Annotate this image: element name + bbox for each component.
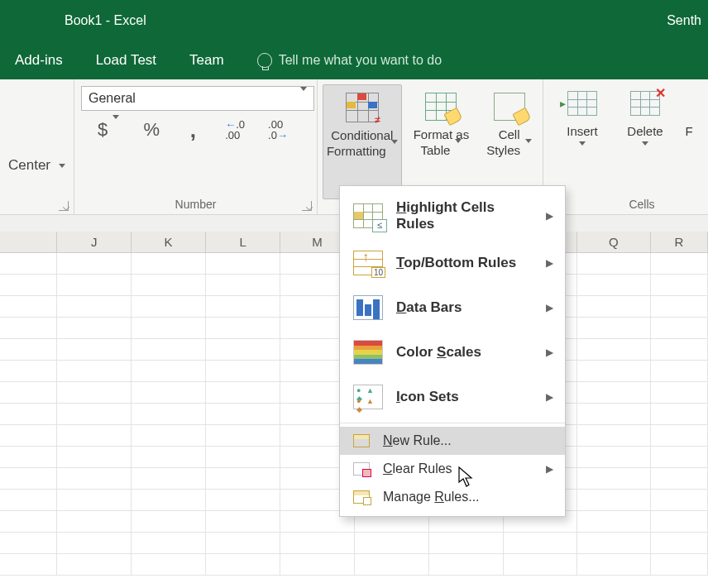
- cell[interactable]: [206, 318, 280, 339]
- menu-highlight-cells-rules[interactable]: Highlight Cells Rules ▶: [340, 191, 565, 241]
- cell[interactable]: [0, 554, 57, 576]
- cell[interactable]: [206, 296, 280, 318]
- cell[interactable]: [57, 490, 132, 511]
- cell[interactable]: [57, 554, 132, 576]
- cell[interactable]: [0, 511, 57, 533]
- comma-style-button[interactable]: ,: [184, 126, 202, 134]
- menu-clear-rules[interactable]: Clear Rules ▶: [340, 455, 565, 483]
- cell[interactable]: [577, 361, 651, 382]
- menu-top-bottom-rules[interactable]: Top/Bottom Rules ▶: [340, 241, 565, 285]
- format-button[interactable]: F: [681, 84, 697, 199]
- tab-loadtest[interactable]: Load Test: [96, 52, 156, 69]
- cell[interactable]: [132, 296, 206, 318]
- cell[interactable]: [206, 533, 280, 554]
- format-as-table-button[interactable]: Format as Table: [402, 84, 481, 199]
- cell[interactable]: [355, 554, 429, 576]
- cell[interactable]: [206, 275, 280, 296]
- cell[interactable]: [651, 339, 708, 361]
- cell[interactable]: [0, 361, 57, 382]
- cell[interactable]: [651, 490, 708, 511]
- cell[interactable]: [651, 361, 708, 382]
- column-header[interactable]: Q: [577, 232, 651, 252]
- table-row[interactable]: [0, 554, 708, 576]
- cell[interactable]: [132, 447, 206, 468]
- cell[interactable]: [0, 275, 57, 296]
- cell[interactable]: [577, 425, 651, 447]
- cell[interactable]: [577, 511, 651, 533]
- cell[interactable]: [577, 468, 651, 490]
- cell[interactable]: [0, 447, 57, 468]
- cell[interactable]: [577, 533, 651, 554]
- cell[interactable]: [206, 447, 280, 468]
- cell[interactable]: [0, 404, 57, 425]
- cell[interactable]: [651, 511, 708, 533]
- alignment-group-launcher[interactable]: [59, 201, 69, 211]
- cell[interactable]: [57, 425, 132, 447]
- cell[interactable]: [577, 554, 651, 576]
- cell[interactable]: [651, 318, 708, 339]
- percent-style-button[interactable]: %: [142, 119, 160, 141]
- decrease-decimal-button[interactable]: .00 .0→: [268, 119, 288, 141]
- column-header[interactable]: L: [206, 232, 280, 252]
- cell[interactable]: [132, 533, 206, 554]
- cell[interactable]: [57, 404, 132, 425]
- insert-button[interactable]: Insert: [555, 84, 610, 199]
- cell[interactable]: [132, 253, 206, 275]
- cell[interactable]: [651, 296, 708, 318]
- cell[interactable]: [651, 425, 708, 447]
- table-row[interactable]: [0, 533, 708, 554]
- cell[interactable]: [0, 533, 57, 554]
- conditional-formatting-button[interactable]: ≠ Conditional Formatting: [323, 84, 402, 199]
- cell[interactable]: [0, 253, 57, 275]
- cell[interactable]: [206, 339, 280, 361]
- cell[interactable]: [132, 468, 206, 490]
- cell[interactable]: [57, 339, 132, 361]
- cell[interactable]: [577, 275, 651, 296]
- cell[interactable]: [132, 339, 206, 361]
- column-header[interactable]: K: [132, 232, 206, 252]
- cell[interactable]: [57, 533, 132, 554]
- cell[interactable]: [0, 468, 57, 490]
- cell[interactable]: [57, 275, 132, 296]
- cell[interactable]: [57, 253, 132, 275]
- tell-me-search[interactable]: Tell me what you want to do: [257, 53, 442, 68]
- cell[interactable]: [504, 554, 577, 576]
- center-button[interactable]: Center: [7, 154, 67, 177]
- cell[interactable]: [355, 533, 429, 554]
- tab-addins[interactable]: Add-ins: [15, 52, 63, 69]
- number-format-selector[interactable]: General: [81, 86, 314, 111]
- cell[interactable]: [651, 275, 708, 296]
- cell[interactable]: [0, 425, 57, 447]
- delete-button[interactable]: Delete: [618, 84, 672, 199]
- cell[interactable]: [57, 318, 132, 339]
- cell[interactable]: [429, 554, 504, 576]
- cell[interactable]: [57, 511, 132, 533]
- cell[interactable]: [577, 318, 651, 339]
- cell[interactable]: [651, 554, 708, 576]
- cell[interactable]: [651, 382, 708, 404]
- cell[interactable]: [206, 253, 280, 275]
- cell[interactable]: [206, 490, 280, 511]
- cell[interactable]: [57, 382, 132, 404]
- menu-manage-rules[interactable]: Manage Rules...: [340, 483, 565, 511]
- cell[interactable]: [651, 404, 708, 425]
- cell[interactable]: [429, 533, 504, 554]
- column-header[interactable]: J: [57, 232, 132, 252]
- menu-color-scales[interactable]: Color Scales ▶: [340, 330, 565, 375]
- cell[interactable]: [132, 361, 206, 382]
- cell[interactable]: [57, 468, 132, 490]
- cell[interactable]: [280, 554, 355, 576]
- number-group-launcher[interactable]: [302, 201, 312, 211]
- cell[interactable]: [577, 404, 651, 425]
- cell[interactable]: [206, 554, 280, 576]
- cell[interactable]: [651, 447, 708, 468]
- accounting-format-button[interactable]: $: [98, 119, 119, 141]
- cell[interactable]: [57, 447, 132, 468]
- cell[interactable]: [577, 253, 651, 275]
- cell[interactable]: [577, 447, 651, 468]
- cell[interactable]: [0, 339, 57, 361]
- cell[interactable]: [57, 361, 132, 382]
- column-header[interactable]: R: [651, 232, 708, 252]
- cell[interactable]: [280, 533, 355, 554]
- menu-data-bars[interactable]: Data Bars ▶: [340, 285, 565, 330]
